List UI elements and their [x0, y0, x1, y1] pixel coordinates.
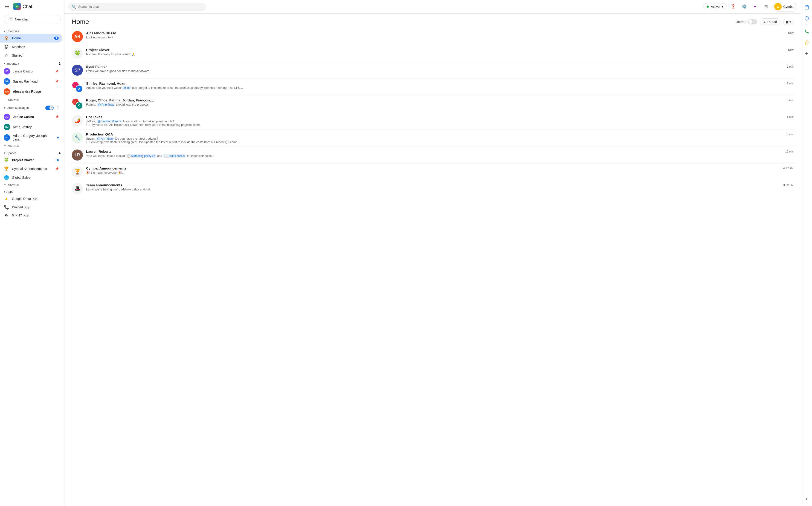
chat-item-lauren-roberts[interactable]: LR Lauren Roberts 12 min You: Could you …	[68, 147, 797, 164]
chat-row1-lauren: Lauren Roberts 12 min	[86, 150, 794, 153]
chat-body-lauren: Lauren Roberts 12 min You: Could you tak…	[86, 150, 794, 158]
sidebar-item-keith-jeffrey[interactable]: KJ Keith, Jeffrey	[0, 122, 62, 132]
active-status-button[interactable]: Active ▾	[703, 3, 726, 10]
important-section-header[interactable]: ▾ Important 1	[0, 60, 64, 66]
sidebar-item-home[interactable]: 🏠 Home 4	[0, 34, 62, 43]
help-button[interactable]: ❓	[728, 2, 738, 11]
home-badge: 4	[54, 36, 59, 40]
calendar-icon-button[interactable]	[802, 3, 811, 12]
chat-body-alessandra: Alessandra Russo Now Looking forward to …	[86, 31, 794, 39]
chat-list: AR Alessandra Russo Now Looking forward …	[64, 28, 801, 197]
topbar-right: Active ▾ ❓ ⚙️ ✦ ⊞ C Cymbal	[703, 2, 797, 11]
chat-name-roger: Roger, Chloe, Fatima, Jordan, François,.…	[86, 98, 154, 102]
grid-icon: ▦	[786, 20, 789, 24]
chat-item-alessandra[interactable]: AR Alessandra Russo Now Looking forward …	[68, 28, 797, 45]
chat-time-cymbal: 4:37 PM	[783, 167, 794, 170]
sidebar-item-project-clover[interactable]: 🍀 Project Clover	[0, 156, 62, 164]
sidebar-item-starred[interactable]: ☆ Starred	[0, 51, 62, 60]
spaces-section-header[interactable]: ▾ Spaces 4	[0, 149, 64, 156]
chat-row1: Alessandra Russo Now	[86, 31, 794, 35]
tasks-icon	[804, 16, 809, 21]
home-controls: Unread ≡ Thread ▦ ▾	[736, 18, 794, 25]
show-all-spaces-label: Show all	[8, 183, 19, 187]
sidebar-item-giphy[interactable]: G GIPHY App	[0, 212, 62, 219]
sidebar-item-janice-dm[interactable]: JC Janice Castro 📌	[0, 112, 62, 122]
chat-item-team-announcements[interactable]: 🎩 Team announcements 3:22 PM Larry: We'r…	[68, 180, 797, 197]
phone-icon-button[interactable]	[802, 27, 811, 36]
production-qa-avatar: 🔧	[72, 132, 83, 143]
chat-item-hot-takes[interactable]: 🌶️ Hot Takes 4 min Jeffrey: @ Landon Gar…	[68, 112, 797, 130]
star-apps-icon-button[interactable]	[802, 38, 811, 47]
thread-button[interactable]: ≡ Thread	[760, 18, 781, 25]
sidebar-item-janice[interactable]: JC Janice Castro 📌	[0, 66, 62, 76]
settings-button[interactable]: ⚙️	[739, 2, 749, 11]
important-show-all[interactable]: ⌃ Show all	[0, 97, 64, 103]
new-chat-button[interactable]: home New chat	[4, 15, 61, 24]
apps-section-header[interactable]: ▾ Apps	[0, 188, 64, 194]
sidebar-item-global-sales[interactable]: 🌐 Global Sales	[0, 173, 62, 182]
sidebar-item-alessandra[interactable]: AR Alessandra Russo	[0, 86, 62, 97]
chat-item-project-clover[interactable]: 🍀 Project Clover Now Michael: It's ready…	[68, 45, 797, 62]
chat-name-production-qa: Production Q&A	[86, 132, 113, 136]
dm-toggle[interactable]: ✓	[45, 105, 54, 110]
chat-row1-syed: Syed Palmer 1 min	[86, 65, 794, 69]
sidebar: Chat home New chat ▾ Shortcuts 🏠 Home 4 …	[0, 0, 64, 506]
chat-name-hot-takes: Hot Takes	[86, 115, 102, 119]
chat-name-cymbal: Cymbal Announcements	[86, 166, 126, 170]
chat-row1-roger: Roger, Chloe, Fatima, Jordan, François,.…	[86, 98, 794, 102]
shirley-group-avatar: S A	[72, 81, 83, 92]
unread-toggle-switch[interactable]	[748, 19, 757, 24]
app-title: Chat	[22, 4, 32, 9]
chat-time-production-qa: 5 min	[787, 133, 794, 136]
sidebar-item-cymbal-announcements[interactable]: 🏆 Cymbal Announcements 📌	[0, 164, 62, 173]
important-label: Important	[6, 62, 19, 65]
home-header: Home Unread ≡ Thread ▦ ▾	[64, 14, 801, 28]
ai-button[interactable]: ✦	[750, 2, 760, 11]
search-input[interactable]	[78, 5, 203, 8]
chat-row1-team: Team announcements 3:22 PM	[86, 183, 794, 187]
chat-preview-production-qa: Susan: @ Ann Gray Do you have the latest…	[86, 137, 794, 140]
janice-label: Janice Castro	[13, 70, 53, 73]
roger-av2: C	[75, 102, 83, 109]
dm-header-left[interactable]: ▾ Direct Messages	[4, 106, 29, 109]
active-dot	[707, 5, 709, 8]
add-apps-icon-button[interactable]: +	[802, 49, 811, 58]
hamburger-line	[5, 6, 9, 7]
dm-more-button[interactable]: ⋮	[55, 105, 61, 111]
sidebar-item-adam-group[interactable]: AG Adam, Gregory, Joseph, Jani...	[0, 132, 62, 143]
project-clover-dot	[57, 159, 59, 161]
search-bar[interactable]: 🔍	[68, 3, 206, 11]
new-chat-icon	[8, 17, 13, 21]
show-all-dm-label: Show all	[8, 145, 19, 148]
user-account-button[interactable]: C Cymbal	[772, 2, 797, 11]
apps-chevron: ▾	[4, 190, 5, 193]
adam-group-label: Adam, Gregory, Joseph, Jani...	[13, 134, 54, 141]
expand-icon-button[interactable]: ›	[802, 494, 811, 503]
sidebar-item-google-drive[interactable]: ▲ Google Drive App	[0, 194, 62, 203]
tasks-icon-button[interactable]	[802, 14, 811, 23]
show-all-dm-icon: ⌃	[4, 145, 6, 148]
grid-view-button[interactable]: ▦ ▾	[783, 19, 794, 25]
fatima-text: Fatima:	[86, 103, 97, 106]
chat-item-syed-palmer[interactable]: SP Syed Palmer 1 min I think we have a g…	[68, 62, 797, 79]
dm-show-all[interactable]: ⌃ Show all	[0, 143, 64, 149]
hamburger-button[interactable]	[4, 3, 11, 9]
chat-item-shirley-group[interactable]: S A Shirley, Raymond, Adam 2 min Adam: S…	[68, 79, 797, 95]
apps-grid-button[interactable]: ⊞	[761, 2, 771, 11]
chat-item-production-qa[interactable]: 🔧 Production Q&A 5 min Susan: @ Ann Gray…	[68, 130, 797, 147]
chat-item-roger-group[interactable]: R C Roger, Chloe, Fatima, Jordan, Franço…	[68, 95, 797, 112]
mentions-label: Mentions	[12, 45, 59, 49]
show-all-spaces-icon: ⌃	[4, 183, 6, 187]
chat-item-cymbal[interactable]: 🏆 Cymbal Announcements 4:37 PM 🎉 Big new…	[68, 164, 797, 180]
shortcuts-header-left: ▾ Shortcuts	[4, 29, 19, 33]
sidebar-item-dialpad[interactable]: 📞 Dialpad App	[0, 203, 62, 212]
sidebar-item-mentions[interactable]: @ Mentions	[0, 43, 62, 51]
sidebar-item-susan-raymond[interactable]: SR Susan, Raymond 📌	[0, 76, 62, 86]
spaces-show-all[interactable]: ⌃ Show all	[0, 182, 64, 188]
thread-label: Thread	[767, 20, 777, 24]
mention-landon: @ Landon Garcia	[97, 119, 122, 123]
shortcuts-section-header[interactable]: ▾ Shortcuts	[0, 27, 64, 34]
chat-preview-syed: I think we have a good solution to move …	[86, 69, 794, 73]
svg-point-4	[805, 16, 809, 20]
susan-raymond-avatar: SR	[4, 78, 10, 85]
